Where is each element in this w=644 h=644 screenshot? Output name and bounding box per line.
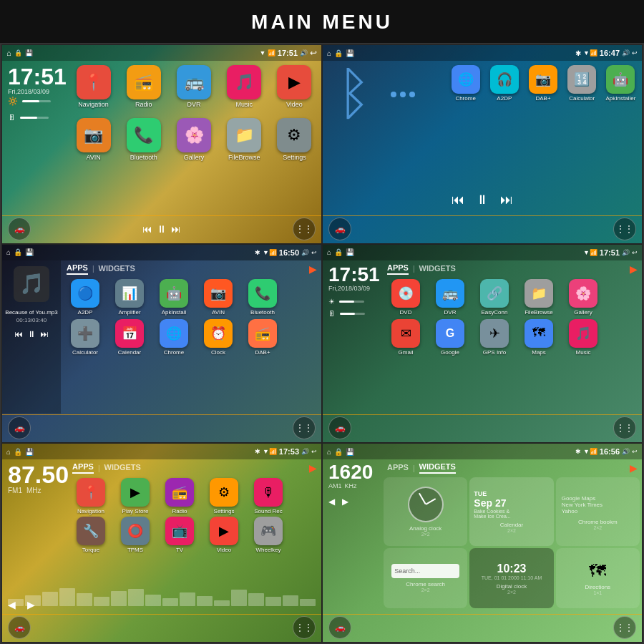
brightness-icon[interactable]: 🔆 <box>8 97 18 106</box>
app-settings-s5[interactable]: ⚙ Settings <box>203 478 245 514</box>
music-prev[interactable]: ⏮ <box>14 329 23 339</box>
car-icon-4[interactable]: 🚗 <box>328 416 351 439</box>
search-bar-widget[interactable]: Search... <box>391 564 459 578</box>
app-clock-s3[interactable]: ⏰ Clock <box>197 319 240 356</box>
app-playstore[interactable]: ▶ Play Store <box>114 478 157 514</box>
app-music[interactable]: 🎵 Music <box>220 65 268 108</box>
menu-icon-1[interactable]: ⋮⋮ <box>293 218 316 240</box>
widget-analog-clock[interactable]: Analog clock 2×2 <box>384 477 467 546</box>
app-chrome-bt[interactable]: 🌐 Chrome <box>447 65 484 102</box>
home-icon-3[interactable]: ⌂ <box>6 248 11 256</box>
tab-apps-4[interactable]: APPS <box>387 263 409 275</box>
app-dvr-s4[interactable]: 🚌 DVR <box>429 279 472 316</box>
app-calendar-s3[interactable]: 📅 Calendar <box>108 319 151 356</box>
menu-icon-6[interactable]: ⋮⋮ <box>613 616 636 639</box>
playstore-icon-4[interactable]: ▶ <box>630 263 638 275</box>
eq-icon-4[interactable]: 🎚 <box>328 310 336 318</box>
app-nav-s5[interactable]: 📍 Navigation <box>69 478 112 514</box>
home-icon-2[interactable]: ⌂ <box>327 49 331 57</box>
app-avin[interactable]: 📷 AVIN <box>69 118 117 161</box>
menu-icon-5[interactable]: ⋮⋮ <box>293 616 316 639</box>
app-settings[interactable]: ⚙ Settings <box>270 118 318 161</box>
app-tpms[interactable]: ⭕ TPMS <box>114 517 157 553</box>
tab-apps-6[interactable]: APPS <box>387 463 409 473</box>
app-google[interactable]: G Google <box>429 319 472 356</box>
playstore-icon-6[interactable]: ▶ <box>630 462 638 474</box>
app-dvr[interactable]: 🚌 DVR <box>170 65 218 108</box>
btn-next-1[interactable]: ⏭ <box>171 223 181 235</box>
music-play[interactable]: ⏸ <box>27 329 36 339</box>
am-next[interactable]: ▶ <box>342 497 348 507</box>
car-icon-6[interactable]: 🚗 <box>328 616 351 639</box>
widget-calendar[interactable]: TUE Sep 27 Bake Cookies & Make Ice Crea.… <box>469 477 553 546</box>
menu-icon-2[interactable]: ⋮⋮ <box>613 218 636 240</box>
app-wheelkey[interactable]: 🎮 Wheelkey <box>247 517 290 553</box>
widget-digital-clock[interactable]: 10:23 TUE, 01 01 2000 11:10 AM Digital c… <box>469 548 553 608</box>
app-filebrowse-s4[interactable]: 📁 FileBrowse <box>517 279 560 316</box>
back-3[interactable]: ↩ <box>311 249 317 256</box>
app-bluetooth-1[interactable]: 📞 Bluetooth <box>119 118 167 161</box>
widget-chrome-search[interactable]: Search... Chrome search 2×2 <box>384 548 467 608</box>
app-amplifier[interactable]: 📊 Amplifier <box>108 279 151 316</box>
widget-directions[interactable]: 🗺 Directions 1×1 <box>556 548 640 608</box>
back-4[interactable]: ↩ <box>632 249 638 256</box>
tab-apps-3[interactable]: APPS <box>67 263 88 275</box>
brightness-slider-4[interactable] <box>339 301 364 303</box>
app-navigation[interactable]: 📍 Navigation <box>69 65 117 108</box>
app-maps[interactable]: 🗺 Maps <box>517 319 560 356</box>
tab-widgets-5[interactable]: WIDGETS <box>104 463 141 473</box>
app-a2dp-s3[interactable]: 🔵 A2DP <box>64 279 107 316</box>
app-video-s5[interactable]: ▶ Video <box>203 517 245 553</box>
app-chrome-s3[interactable]: 🌐 Chrome <box>152 319 195 356</box>
app-filebrowse[interactable]: 📁 FileBrowse <box>220 118 268 161</box>
app-apk-bt[interactable]: 🤖 ApkInstaller <box>602 65 639 102</box>
playstore-icon-3[interactable]: ▶ <box>309 263 317 275</box>
app-gallery[interactable]: 🌸 Gallery <box>170 118 218 161</box>
bt-prev[interactable]: ⏮ <box>452 192 464 208</box>
tab-widgets-4[interactable]: WIDGETS <box>419 264 456 274</box>
app-avin-s3[interactable]: 📷 AVIN <box>197 279 240 316</box>
volume-slider[interactable] <box>20 117 49 119</box>
music-next[interactable]: ⏭ <box>40 329 49 339</box>
home-icon-1[interactable]: ⌂ <box>6 49 11 57</box>
app-gps[interactable]: ✈ GPS Info <box>473 319 516 356</box>
back-icon-1[interactable]: ↩ <box>310 48 317 58</box>
car-icon-1[interactable]: 🚗 <box>8 218 31 240</box>
home-icon-4[interactable]: ⌂ <box>327 248 331 256</box>
app-gmail[interactable]: ✉ Gmail <box>384 319 427 356</box>
car-icon-5[interactable]: 🚗 <box>8 616 31 639</box>
playstore-icon-5[interactable]: ▶ <box>309 462 317 474</box>
radio-prev[interactable]: ◀ <box>8 599 16 610</box>
home-icon-5[interactable]: ⌂ <box>6 448 11 456</box>
app-soundrec[interactable]: 🎙 Sound Rec <box>247 478 290 514</box>
app-radio[interactable]: 📻 Radio <box>119 65 167 108</box>
am-prev[interactable]: ◀ <box>328 497 335 507</box>
tab-widgets-6[interactable]: WIDGETS <box>419 462 456 474</box>
car-icon-2[interactable]: 🚗 <box>328 218 351 240</box>
app-easyconn[interactable]: 🔗 EasyConn <box>473 279 516 316</box>
radio-next[interactable]: ▶ <box>27 599 35 610</box>
equalizer-icon[interactable]: 🎚 <box>8 113 16 122</box>
app-gallery-s4[interactable]: 🌸 Gallery <box>562 279 605 316</box>
app-calc-bt[interactable]: 🔢 Calculator <box>564 65 600 102</box>
app-music-s4[interactable]: 🎵 Music <box>562 319 605 356</box>
app-a2dp-bt[interactable]: 🎧 A2DP <box>486 65 522 102</box>
app-dvd[interactable]: 💿 DVD <box>384 279 427 316</box>
brightness-icon-4[interactable]: ☀ <box>328 298 335 306</box>
bt-next[interactable]: ⏭ <box>500 192 513 208</box>
menu-icon-4[interactable]: ⋮⋮ <box>613 416 636 439</box>
vol-slider-4[interactable] <box>340 313 365 315</box>
widget-chrome-bookmarks[interactable]: Google Maps New York Times Yahoo Chrome … <box>556 477 640 546</box>
tab-apps-5[interactable]: APPS <box>72 462 94 474</box>
app-dab-s3[interactable]: 📻 DAB+ <box>241 319 284 356</box>
back-2[interactable]: ↩ <box>632 49 638 57</box>
car-icon-3[interactable]: 🚗 <box>8 416 31 439</box>
tab-widgets-3[interactable]: WIDGETS <box>99 264 135 274</box>
btn-prev-1[interactable]: ⏮ <box>142 223 152 235</box>
app-radio-s5[interactable]: 📻 Radio <box>158 478 201 514</box>
home-icon-6[interactable]: ⌂ <box>327 448 331 456</box>
menu-icon-3[interactable]: ⋮⋮ <box>293 416 316 439</box>
app-video[interactable]: ▶ Video <box>270 65 318 108</box>
btn-play-1[interactable]: ⏸ <box>157 223 167 235</box>
app-dab-bt[interactable]: 📷 DAB+ <box>525 65 561 102</box>
